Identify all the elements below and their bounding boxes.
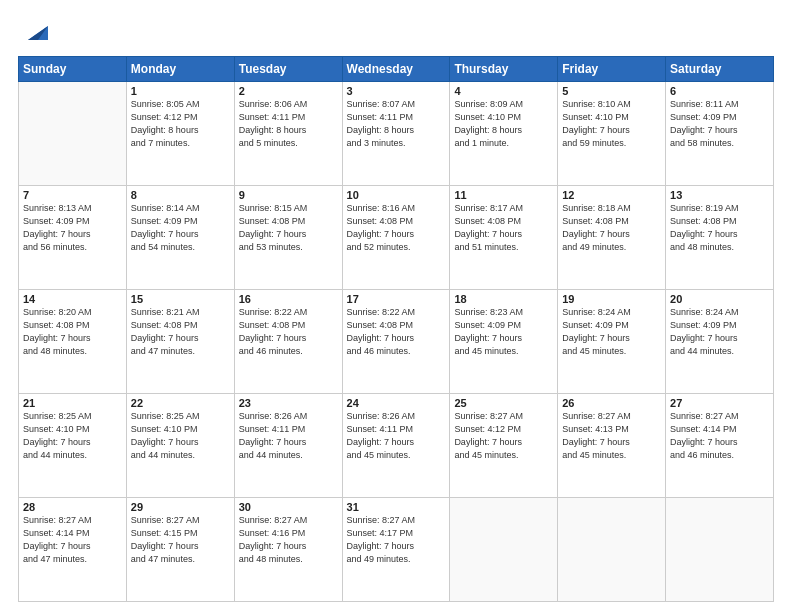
calendar-cell: 23Sunrise: 8:26 AM Sunset: 4:11 PM Dayli…	[234, 394, 342, 498]
day-number: 20	[670, 293, 769, 305]
calendar-cell: 20Sunrise: 8:24 AM Sunset: 4:09 PM Dayli…	[666, 290, 774, 394]
calendar-cell: 30Sunrise: 8:27 AM Sunset: 4:16 PM Dayli…	[234, 498, 342, 602]
day-info: Sunrise: 8:19 AM Sunset: 4:08 PM Dayligh…	[670, 202, 769, 254]
day-number: 19	[562, 293, 661, 305]
calendar-week-row: 1Sunrise: 8:05 AM Sunset: 4:12 PM Daylig…	[19, 82, 774, 186]
day-info: Sunrise: 8:27 AM Sunset: 4:14 PM Dayligh…	[23, 514, 122, 566]
day-info: Sunrise: 8:27 AM Sunset: 4:13 PM Dayligh…	[562, 410, 661, 462]
day-info: Sunrise: 8:06 AM Sunset: 4:11 PM Dayligh…	[239, 98, 338, 150]
day-info: Sunrise: 8:27 AM Sunset: 4:15 PM Dayligh…	[131, 514, 230, 566]
day-info: Sunrise: 8:11 AM Sunset: 4:09 PM Dayligh…	[670, 98, 769, 150]
day-number: 3	[347, 85, 446, 97]
day-number: 10	[347, 189, 446, 201]
calendar-header-saturday: Saturday	[666, 57, 774, 82]
day-info: Sunrise: 8:09 AM Sunset: 4:10 PM Dayligh…	[454, 98, 553, 150]
day-number: 29	[131, 501, 230, 513]
calendar-cell	[450, 498, 558, 602]
day-info: Sunrise: 8:26 AM Sunset: 4:11 PM Dayligh…	[347, 410, 446, 462]
day-info: Sunrise: 8:22 AM Sunset: 4:08 PM Dayligh…	[239, 306, 338, 358]
day-number: 7	[23, 189, 122, 201]
calendar-cell	[666, 498, 774, 602]
day-info: Sunrise: 8:13 AM Sunset: 4:09 PM Dayligh…	[23, 202, 122, 254]
calendar-cell	[19, 82, 127, 186]
day-number: 9	[239, 189, 338, 201]
day-number: 16	[239, 293, 338, 305]
day-info: Sunrise: 8:26 AM Sunset: 4:11 PM Dayligh…	[239, 410, 338, 462]
day-number: 15	[131, 293, 230, 305]
calendar-cell	[558, 498, 666, 602]
calendar-header-sunday: Sunday	[19, 57, 127, 82]
day-number: 14	[23, 293, 122, 305]
calendar-cell: 3Sunrise: 8:07 AM Sunset: 4:11 PM Daylig…	[342, 82, 450, 186]
day-number: 8	[131, 189, 230, 201]
calendar-cell: 29Sunrise: 8:27 AM Sunset: 4:15 PM Dayli…	[126, 498, 234, 602]
day-number: 2	[239, 85, 338, 97]
day-number: 21	[23, 397, 122, 409]
calendar-week-row: 14Sunrise: 8:20 AM Sunset: 4:08 PM Dayli…	[19, 290, 774, 394]
day-info: Sunrise: 8:22 AM Sunset: 4:08 PM Dayligh…	[347, 306, 446, 358]
day-info: Sunrise: 8:27 AM Sunset: 4:14 PM Dayligh…	[670, 410, 769, 462]
calendar-cell: 12Sunrise: 8:18 AM Sunset: 4:08 PM Dayli…	[558, 186, 666, 290]
calendar-cell: 31Sunrise: 8:27 AM Sunset: 4:17 PM Dayli…	[342, 498, 450, 602]
day-number: 28	[23, 501, 122, 513]
logo	[18, 18, 48, 46]
calendar-cell: 6Sunrise: 8:11 AM Sunset: 4:09 PM Daylig…	[666, 82, 774, 186]
logo-icon	[20, 18, 48, 46]
day-number: 1	[131, 85, 230, 97]
calendar-header-row: SundayMondayTuesdayWednesdayThursdayFrid…	[19, 57, 774, 82]
day-number: 18	[454, 293, 553, 305]
calendar-table: SundayMondayTuesdayWednesdayThursdayFrid…	[18, 56, 774, 602]
calendar-cell: 17Sunrise: 8:22 AM Sunset: 4:08 PM Dayli…	[342, 290, 450, 394]
day-info: Sunrise: 8:10 AM Sunset: 4:10 PM Dayligh…	[562, 98, 661, 150]
day-info: Sunrise: 8:07 AM Sunset: 4:11 PM Dayligh…	[347, 98, 446, 150]
day-number: 24	[347, 397, 446, 409]
calendar-week-row: 7Sunrise: 8:13 AM Sunset: 4:09 PM Daylig…	[19, 186, 774, 290]
calendar-cell: 4Sunrise: 8:09 AM Sunset: 4:10 PM Daylig…	[450, 82, 558, 186]
day-info: Sunrise: 8:17 AM Sunset: 4:08 PM Dayligh…	[454, 202, 553, 254]
calendar-cell: 15Sunrise: 8:21 AM Sunset: 4:08 PM Dayli…	[126, 290, 234, 394]
day-number: 30	[239, 501, 338, 513]
calendar-header-monday: Monday	[126, 57, 234, 82]
day-info: Sunrise: 8:05 AM Sunset: 4:12 PM Dayligh…	[131, 98, 230, 150]
calendar-cell: 19Sunrise: 8:24 AM Sunset: 4:09 PM Dayli…	[558, 290, 666, 394]
day-info: Sunrise: 8:24 AM Sunset: 4:09 PM Dayligh…	[670, 306, 769, 358]
calendar-cell: 26Sunrise: 8:27 AM Sunset: 4:13 PM Dayli…	[558, 394, 666, 498]
calendar-cell: 1Sunrise: 8:05 AM Sunset: 4:12 PM Daylig…	[126, 82, 234, 186]
day-number: 22	[131, 397, 230, 409]
calendar-header-friday: Friday	[558, 57, 666, 82]
header	[18, 18, 774, 46]
calendar-cell: 9Sunrise: 8:15 AM Sunset: 4:08 PM Daylig…	[234, 186, 342, 290]
day-number: 12	[562, 189, 661, 201]
day-number: 23	[239, 397, 338, 409]
calendar-cell: 14Sunrise: 8:20 AM Sunset: 4:08 PM Dayli…	[19, 290, 127, 394]
day-number: 26	[562, 397, 661, 409]
calendar-week-row: 21Sunrise: 8:25 AM Sunset: 4:10 PM Dayli…	[19, 394, 774, 498]
calendar-week-row: 28Sunrise: 8:27 AM Sunset: 4:14 PM Dayli…	[19, 498, 774, 602]
calendar-cell: 5Sunrise: 8:10 AM Sunset: 4:10 PM Daylig…	[558, 82, 666, 186]
day-number: 25	[454, 397, 553, 409]
day-info: Sunrise: 8:23 AM Sunset: 4:09 PM Dayligh…	[454, 306, 553, 358]
calendar-cell: 8Sunrise: 8:14 AM Sunset: 4:09 PM Daylig…	[126, 186, 234, 290]
day-number: 11	[454, 189, 553, 201]
page: SundayMondayTuesdayWednesdayThursdayFrid…	[0, 0, 792, 612]
calendar-cell: 7Sunrise: 8:13 AM Sunset: 4:09 PM Daylig…	[19, 186, 127, 290]
calendar-header-wednesday: Wednesday	[342, 57, 450, 82]
day-number: 13	[670, 189, 769, 201]
day-info: Sunrise: 8:25 AM Sunset: 4:10 PM Dayligh…	[23, 410, 122, 462]
calendar-cell: 11Sunrise: 8:17 AM Sunset: 4:08 PM Dayli…	[450, 186, 558, 290]
calendar-header-tuesday: Tuesday	[234, 57, 342, 82]
calendar-cell: 27Sunrise: 8:27 AM Sunset: 4:14 PM Dayli…	[666, 394, 774, 498]
day-info: Sunrise: 8:21 AM Sunset: 4:08 PM Dayligh…	[131, 306, 230, 358]
calendar-cell: 25Sunrise: 8:27 AM Sunset: 4:12 PM Dayli…	[450, 394, 558, 498]
day-info: Sunrise: 8:25 AM Sunset: 4:10 PM Dayligh…	[131, 410, 230, 462]
calendar-cell: 24Sunrise: 8:26 AM Sunset: 4:11 PM Dayli…	[342, 394, 450, 498]
day-info: Sunrise: 8:16 AM Sunset: 4:08 PM Dayligh…	[347, 202, 446, 254]
calendar-cell: 22Sunrise: 8:25 AM Sunset: 4:10 PM Dayli…	[126, 394, 234, 498]
calendar-cell: 10Sunrise: 8:16 AM Sunset: 4:08 PM Dayli…	[342, 186, 450, 290]
calendar-cell: 2Sunrise: 8:06 AM Sunset: 4:11 PM Daylig…	[234, 82, 342, 186]
calendar-cell: 28Sunrise: 8:27 AM Sunset: 4:14 PM Dayli…	[19, 498, 127, 602]
day-info: Sunrise: 8:24 AM Sunset: 4:09 PM Dayligh…	[562, 306, 661, 358]
day-info: Sunrise: 8:27 AM Sunset: 4:16 PM Dayligh…	[239, 514, 338, 566]
day-number: 17	[347, 293, 446, 305]
day-number: 27	[670, 397, 769, 409]
